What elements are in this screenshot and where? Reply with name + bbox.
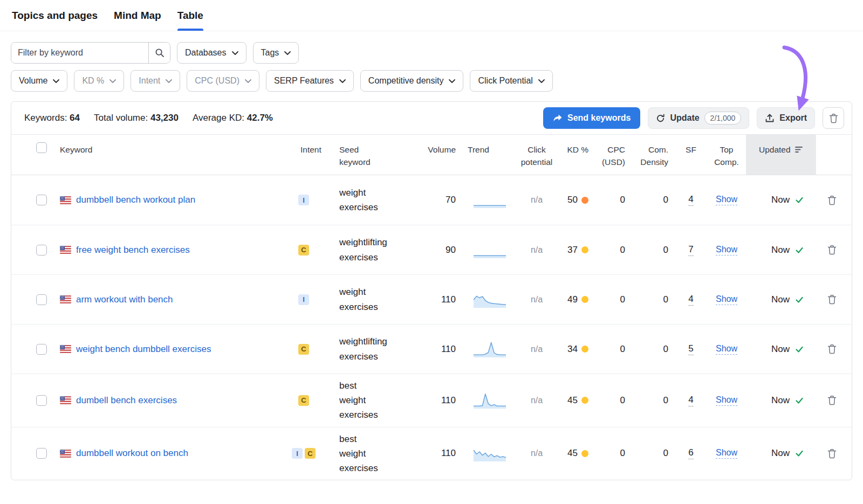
toolbar-actions: Send keywords Update 2/1,000 Export	[543, 107, 844, 129]
col-header-kd[interactable]: KD %	[554, 135, 594, 175]
col-header-seed-keyword[interactable]: Seed keyword	[323, 135, 394, 175]
check-icon	[794, 448, 804, 458]
cpc-filter-dropdown[interactable]: CPC (USD)	[187, 70, 259, 92]
row-checkbox[interactable]	[36, 245, 47, 256]
delete-selected-button[interactable]	[823, 107, 844, 129]
row-actions-cell	[816, 294, 847, 305]
serp-features-filter-dropdown[interactable]: SERP Features	[266, 70, 354, 92]
seed-keyword-cell: weight exercises	[323, 185, 394, 215]
send-keywords-button[interactable]: Send keywords	[543, 107, 640, 129]
top-comp-link[interactable]: Show	[716, 195, 737, 205]
kd-filter-dropdown[interactable]: KD %	[74, 70, 124, 92]
click-potential-cell: n/a	[519, 195, 554, 205]
kd-cell: 45	[554, 395, 594, 406]
com-density-cell: 0	[632, 195, 675, 205]
volume-filter-dropdown[interactable]: Volume	[11, 70, 67, 92]
top-comp-cell: Show	[707, 195, 746, 205]
col-header-volume[interactable]: Volume	[394, 135, 460, 175]
sf-value[interactable]: 5	[688, 343, 693, 355]
sf-cell: 4	[675, 194, 707, 206]
cpc-cell: 0	[594, 195, 632, 205]
sf-value[interactable]: 4	[688, 294, 693, 306]
select-all-checkbox[interactable]	[36, 142, 47, 153]
trash-icon	[827, 245, 837, 255]
top-comp-link[interactable]: Show	[716, 448, 737, 459]
intent-badge-i: I	[298, 195, 309, 205]
delete-row-button[interactable]	[827, 395, 837, 405]
click-potential-filter-dropdown[interactable]: Click Potential	[470, 70, 552, 92]
trend-sparkline	[472, 291, 507, 309]
seed-keyword-cell: best weight exercises	[323, 432, 394, 476]
row-checkbox[interactable]	[36, 294, 47, 305]
sf-value[interactable]: 4	[688, 194, 693, 206]
keyword-cell: weight bench dumbbell exercises	[56, 344, 284, 355]
top-comp-link[interactable]: Show	[716, 395, 737, 406]
row-actions-cell	[816, 448, 847, 459]
keyword-cell: free weight bench exercises	[56, 245, 284, 256]
search-button[interactable]	[148, 43, 170, 63]
row-checkbox[interactable]	[36, 195, 47, 205]
com-density-value: 0	[663, 294, 668, 305]
col-header-com-density[interactable]: Com. Density	[632, 135, 675, 175]
col-header-click-potential[interactable]: Click potential	[519, 135, 554, 175]
keyword-link[interactable]: arm workout with bench	[76, 294, 173, 305]
sf-value[interactable]: 4	[688, 395, 693, 406]
delete-row-button[interactable]	[827, 448, 837, 459]
intent-badge-c: C	[298, 344, 309, 355]
tab-mind-map[interactable]: Mind Map	[114, 0, 161, 31]
tags-dropdown[interactable]: Tags	[253, 42, 299, 64]
summary-stats: Keywords: 64 Total volume: 43,230 Averag…	[24, 113, 273, 123]
databases-dropdown[interactable]: Databases	[177, 42, 246, 64]
click-potential-value: n/a	[531, 344, 543, 354]
top-comp-link[interactable]: Show	[716, 245, 737, 256]
keyword-cell: dumbell bench exercises	[56, 395, 284, 406]
updated-cell: Now	[746, 344, 816, 355]
chevron-down-icon	[538, 79, 545, 83]
updated-value: Now	[771, 448, 790, 459]
keyword-link[interactable]: dumbbell workout on bench	[76, 448, 188, 459]
volume-cell: 110	[394, 395, 460, 406]
row-checkbox[interactable]	[36, 448, 47, 459]
col-header-trend[interactable]: Trend	[460, 135, 519, 175]
row-checkbox-cell	[28, 448, 56, 459]
row-checkbox[interactable]	[36, 395, 47, 406]
delete-row-button[interactable]	[827, 344, 837, 354]
keyword-link[interactable]: dumbbell bench workout plan	[76, 195, 195, 205]
delete-row-button[interactable]	[827, 245, 837, 255]
col-header-cpc[interactable]: CPC (USD)	[594, 135, 632, 175]
top-comp-link[interactable]: Show	[716, 344, 737, 355]
row-checkbox[interactable]	[36, 344, 47, 355]
volume-value: 70	[446, 195, 456, 205]
col-header-top-comp[interactable]: Top Comp.	[707, 135, 746, 175]
chevron-down-icon	[339, 79, 346, 83]
keyword-link[interactable]: weight bench dumbbell exercises	[76, 344, 211, 355]
delete-row-button[interactable]	[827, 195, 837, 205]
sf-value[interactable]: 7	[688, 244, 693, 256]
intent-filter-dropdown[interactable]: Intent	[131, 70, 180, 92]
sf-value[interactable]: 6	[688, 447, 693, 459]
delete-row-button[interactable]	[827, 294, 837, 305]
col-header-sf[interactable]: SF	[675, 135, 707, 175]
average-kd: Average KD: 42.7%	[193, 113, 273, 123]
tab-topics-and-pages[interactable]: Topics and pages	[12, 0, 98, 31]
export-button[interactable]: Export	[757, 107, 815, 129]
row-actions-cell	[816, 195, 847, 205]
click-potential-cell: n/a	[519, 295, 554, 305]
keyword-link[interactable]: dumbell bench exercises	[76, 395, 177, 406]
col-header-intent[interactable]: Intent	[284, 135, 323, 175]
filter-section: Databases Tags Volume KD % Intent CPC (U…	[0, 31, 863, 92]
click-potential-value: n/a	[531, 245, 543, 255]
seed-keyword: weight exercises	[339, 285, 378, 314]
keyword-link[interactable]: free weight bench exercises	[76, 245, 190, 256]
intent-badges: C	[284, 245, 323, 256]
col-header-updated[interactable]: Updated	[746, 135, 816, 175]
top-comp-cell: Show	[707, 395, 746, 406]
col-header-keyword[interactable]: Keyword	[56, 135, 284, 175]
tab-table[interactable]: Table	[177, 0, 203, 31]
competitive-density-filter-dropdown[interactable]: Competitive density	[360, 70, 464, 92]
seed-keyword: best weight exercises	[339, 378, 378, 423]
update-button[interactable]: Update 2/1,000	[648, 107, 749, 129]
keyword-filter-input[interactable]	[11, 43, 148, 63]
click-potential-cell: n/a	[519, 245, 554, 255]
top-comp-link[interactable]: Show	[716, 294, 737, 305]
